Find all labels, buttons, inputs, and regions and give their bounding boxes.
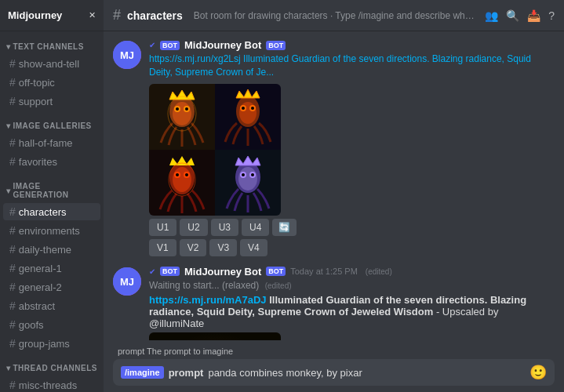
verified-icon: ✔ xyxy=(149,41,155,49)
svg-point-15 xyxy=(242,107,245,110)
sidebar-item-abstract[interactable]: # abstract xyxy=(3,297,100,314)
section-image-generation: ▾ IMAGE GENERATION xyxy=(0,171,104,202)
sidebar-item-favorites[interactable]: # favorites xyxy=(3,153,100,170)
slash-command-badge: /imagine xyxy=(121,366,164,379)
image-grid xyxy=(149,84,281,216)
sidebar-item-group-jams[interactable]: # group-jams xyxy=(3,335,100,352)
sidebar-item-environments[interactable]: # environments xyxy=(3,222,100,239)
refresh-button[interactable]: 🔄 xyxy=(272,219,297,236)
hash-icon: # xyxy=(9,379,16,391)
message-item: MJ ✔ BOT MidJourney Bot BOT https://s.mj… xyxy=(113,38,555,258)
message-content: ✔ BOT MidJourney Bot BOT https://s.mj.ru… xyxy=(149,39,555,256)
message-item: MJ ✔ BOT MidJourney Bot BOT Today at 1:2… xyxy=(113,264,555,340)
message-input-box: /imagine prompt 🙂 xyxy=(113,359,555,386)
edited-tag: (edited) xyxy=(366,267,392,276)
message-text: https://s.mj.run/xg2Lsj Illuminated Guar… xyxy=(149,53,555,79)
section-toggle[interactable]: ▾ xyxy=(6,364,11,372)
section-toggle[interactable]: ▾ xyxy=(6,42,11,51)
hash-icon: # xyxy=(9,337,16,350)
topbar: # characters Bot room for drawing charac… xyxy=(104,0,564,31)
svg-point-30 xyxy=(242,173,245,176)
message-text: Waiting to start... (relaxed) (edited) xyxy=(149,279,555,292)
sidebar-item-daily-theme[interactable]: # daily-theme xyxy=(3,241,100,258)
main-area: # characters Bot room for drawing charac… xyxy=(104,0,564,392)
svg-point-7 xyxy=(176,107,179,111)
image-cell-4 xyxy=(215,150,281,216)
section-toggle[interactable]: ▾ xyxy=(6,187,11,195)
upscale-3-button[interactable]: U3 xyxy=(211,219,238,236)
avatar: MJ xyxy=(113,267,141,296)
variation-buttons-row: V1 V2 V3 V4 xyxy=(149,239,555,256)
server-header[interactable]: Midjourney ✕ xyxy=(0,0,104,31)
section-text-channels: ▾ TEXT CHANNELS xyxy=(0,31,104,54)
svg-point-31 xyxy=(251,173,254,176)
upscale-2-button[interactable]: U2 xyxy=(180,219,207,236)
hash-icon: # xyxy=(9,57,16,70)
message-header: ✔ BOT MidJourney Bot BOT xyxy=(149,39,555,51)
upscale-1-button[interactable]: U1 xyxy=(149,219,176,236)
hash-icon: # xyxy=(9,155,16,168)
svg-text:MJ: MJ xyxy=(120,276,134,288)
image-cell-2 xyxy=(215,84,281,150)
prompt-hint: prompt The prompt to imagine xyxy=(113,345,555,358)
variation-2-button[interactable]: V2 xyxy=(180,239,207,256)
svg-point-22 xyxy=(176,173,179,176)
message-author: MidJourney Bot xyxy=(184,39,261,51)
search-icon[interactable]: 🔍 xyxy=(506,9,519,22)
svg-rect-34 xyxy=(149,332,281,340)
sidebar: Midjourney ✕ ▾ TEXT CHANNELS # show-and-… xyxy=(0,0,104,392)
inbox-icon[interactable]: 📥 xyxy=(527,9,540,22)
sidebar-item-off-topic[interactable]: # off-topic xyxy=(3,74,100,91)
sidebar-item-characters[interactable]: # characters xyxy=(3,203,100,220)
topbar-icons: 👥 🔍 📥 ? xyxy=(485,9,555,22)
svg-point-8 xyxy=(185,107,188,111)
message-link[interactable]: https://s.mj.run/mA7aDJ xyxy=(149,294,267,306)
edited-tag-2: (edited) xyxy=(265,281,292,290)
sidebar-item-goofs[interactable]: # goofs xyxy=(3,316,100,333)
hash-icon: # xyxy=(9,205,16,218)
chevron-down-icon: ✕ xyxy=(89,10,96,20)
svg-point-16 xyxy=(251,107,254,110)
verified-icon: ✔ xyxy=(149,267,155,276)
hash-icon: # xyxy=(9,224,16,237)
hash-icon: # xyxy=(9,136,16,149)
svg-point-4 xyxy=(173,102,191,125)
svg-point-23 xyxy=(185,173,188,176)
hash-icon: # xyxy=(9,318,16,331)
image-cell-3 xyxy=(149,150,215,216)
bot-badge-2: BOT xyxy=(266,41,286,50)
message-content: ✔ BOT MidJourney Bot BOT Today at 1:25 P… xyxy=(149,266,555,340)
sidebar-item-general-1[interactable]: # general-1 xyxy=(3,260,100,277)
message-author: MidJourney Bot xyxy=(184,266,261,278)
members-icon[interactable]: 👥 xyxy=(485,9,498,22)
variation-3-button[interactable]: V3 xyxy=(209,239,237,256)
section-thread-channels: ▾ THREAD CHANNELS xyxy=(0,353,104,376)
sidebar-item-support[interactable]: # support xyxy=(3,93,100,110)
sidebar-item-general-2[interactable]: # general-2 xyxy=(3,278,100,296)
message-time: Today at 1:25 PM xyxy=(290,267,358,276)
message-input[interactable] xyxy=(208,367,525,379)
section-toggle[interactable]: ▾ xyxy=(6,122,11,130)
section-image-galleries: ▾ IMAGE GALLERIES xyxy=(0,111,104,133)
variation-4-button[interactable]: V4 xyxy=(240,239,267,256)
svg-point-19 xyxy=(173,167,191,192)
sidebar-item-show-and-tell[interactable]: # show-and-tell xyxy=(3,55,100,72)
upscaled-image: 1 xyxy=(149,332,281,340)
variation-1-button[interactable]: V1 xyxy=(149,239,176,256)
upscale-4-button[interactable]: U4 xyxy=(242,219,269,236)
upscale-buttons-row: U1 U2 U3 U4 🔄 xyxy=(149,219,555,236)
hash-icon: # xyxy=(9,76,16,89)
hash-icon: # xyxy=(9,281,16,293)
server-name: Midjourney xyxy=(8,9,62,21)
topbar-hash-icon: # xyxy=(113,7,121,24)
message-header: ✔ BOT MidJourney Bot BOT Today at 1:25 P… xyxy=(149,266,555,278)
sidebar-item-hall-of-fame[interactable]: # hall-of-fame xyxy=(3,134,100,151)
input-area: prompt The prompt to imagine /imagine pr… xyxy=(104,340,564,392)
prompt-label: prompt xyxy=(169,367,204,379)
emoji-button[interactable]: 🙂 xyxy=(529,364,547,381)
image-cell-1 xyxy=(149,84,215,150)
bot-badge: BOT xyxy=(160,267,180,276)
help-icon[interactable]: ? xyxy=(548,9,555,22)
sidebar-item-misc-threads[interactable]: # misc-threads xyxy=(3,376,100,392)
topbar-channel-name: characters xyxy=(127,9,183,22)
